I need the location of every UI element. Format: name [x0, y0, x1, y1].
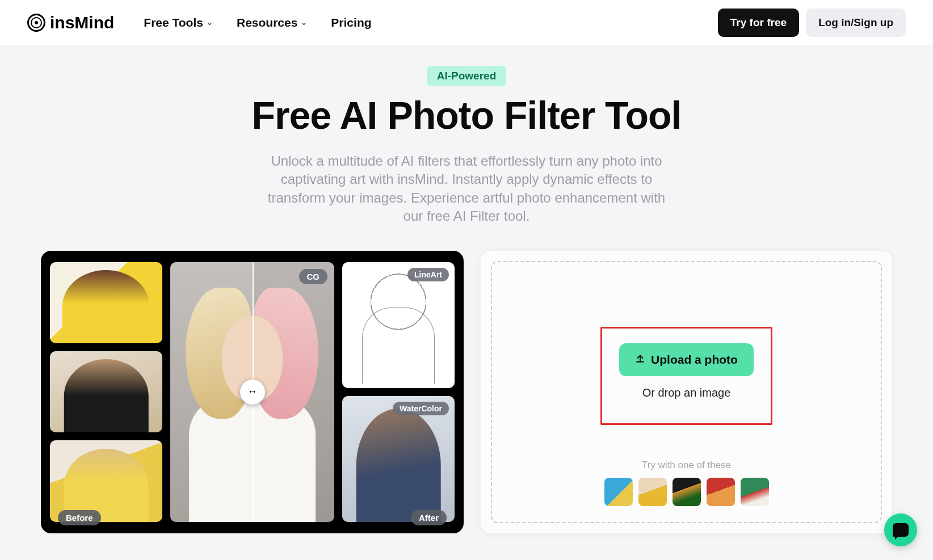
- sample-image[interactable]: [707, 478, 735, 506]
- sample-image[interactable]: [604, 478, 633, 506]
- sample-image[interactable]: [638, 478, 667, 506]
- ai-powered-pill: AI-Powered: [427, 66, 507, 86]
- before-label: Before: [58, 510, 101, 525]
- after-label: After: [411, 510, 447, 525]
- brand-name: insMind: [50, 13, 114, 32]
- watercolor-thumb: WaterColor: [342, 396, 455, 522]
- sample-thumb: [50, 351, 162, 432]
- try-samples-label: Try with one of these: [604, 460, 769, 471]
- right-thumbnails: LineArt WaterColor: [342, 262, 455, 522]
- try-for-free-button[interactable]: Try for free: [718, 9, 799, 37]
- watercolor-tag: WaterColor: [393, 402, 449, 415]
- nav-resources[interactable]: Resources ⌄: [237, 16, 307, 30]
- nav-free-tools-label: Free Tools: [144, 16, 203, 30]
- upload-icon: [635, 353, 645, 366]
- logo[interactable]: insMind: [27, 13, 114, 32]
- hero-section: AI-Powered Free AI Photo Filter Tool Unl…: [0, 45, 933, 226]
- nav-pricing[interactable]: Pricing: [331, 16, 371, 30]
- chevron-down-icon: ⌄: [207, 18, 213, 27]
- nav-pricing-label: Pricing: [331, 16, 371, 30]
- before-after-compare: CG ↔: [170, 262, 334, 522]
- try-samples-section: Try with one of these: [604, 460, 769, 506]
- compare-slider-handle[interactable]: ↔: [240, 380, 265, 405]
- upload-panel: Upload a photo Or drop an image Try with…: [481, 251, 892, 533]
- left-thumbnails: [50, 262, 162, 522]
- sample-image[interactable]: [741, 478, 769, 506]
- main-nav: Free Tools ⌄ Resources ⌄ Pricing: [144, 16, 371, 30]
- cg-tag: CG: [299, 269, 328, 284]
- nav-free-tools[interactable]: Free Tools ⌄: [144, 16, 213, 30]
- page-subtitle: Unlock a multitude of AI filters that ef…: [259, 152, 674, 226]
- nav-resources-label: Resources: [237, 16, 297, 30]
- upload-button-label: Upload a photo: [651, 353, 738, 367]
- chat-button[interactable]: [884, 513, 917, 546]
- sample-image[interactable]: [673, 478, 701, 506]
- lineart-tag: LineArt: [407, 268, 449, 281]
- login-signup-button[interactable]: Log in/Sign up: [806, 9, 906, 37]
- drop-zone[interactable]: Upload a photo Or drop an image Try with…: [491, 261, 882, 523]
- chat-icon: [893, 523, 909, 537]
- page-title: Free AI Photo Filter Tool: [0, 93, 933, 137]
- header-actions: Try for free Log in/Sign up: [718, 9, 906, 37]
- header: insMind Free Tools ⌄ Resources ⌄ Pricing…: [0, 0, 933, 45]
- logo-icon: [27, 14, 45, 32]
- lineart-thumb: LineArt: [342, 262, 455, 388]
- chevron-down-icon: ⌄: [301, 18, 307, 27]
- main-content: CG ↔ LineArt WaterColor Before After: [0, 226, 933, 533]
- showcase-panel: CG ↔ LineArt WaterColor Before After: [41, 251, 464, 533]
- sample-images-row: [604, 478, 769, 506]
- upload-photo-button[interactable]: Upload a photo: [619, 343, 754, 376]
- highlight-box: Upload a photo Or drop an image: [600, 327, 772, 425]
- sample-thumb: [50, 262, 162, 343]
- drop-image-text: Or drop an image: [619, 386, 754, 399]
